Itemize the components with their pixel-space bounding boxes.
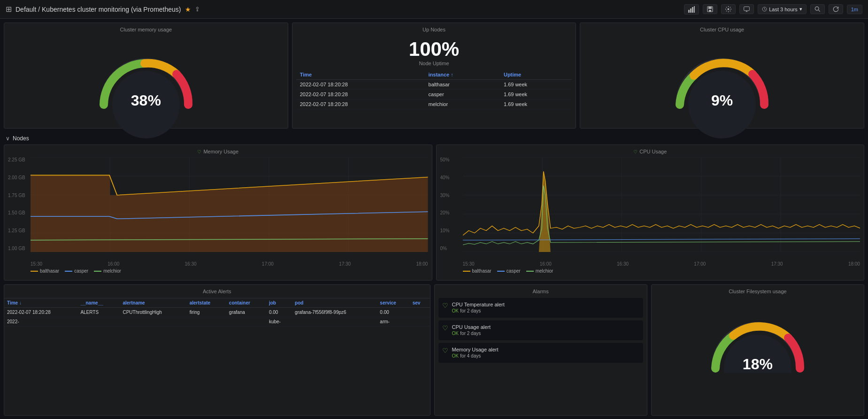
cpu-y-axis: 50% 40% 30% 20% 10% 0% (440, 157, 463, 251)
alarm-heart-icon: ♡ (442, 324, 448, 332)
col-service-header[interactable]: service (377, 298, 409, 308)
col-time-header[interactable]: Time ↓ (4, 298, 77, 308)
alarm-ok-label: OK (452, 353, 459, 358)
alerts-scroll[interactable]: Time ↓ __name__ alertname alertstate con… (4, 298, 430, 411)
legend-casper: casper (65, 268, 88, 274)
col-job-header[interactable]: job (266, 298, 292, 308)
alarm-ok-label: OK (452, 308, 459, 313)
legend-melchior: melchior (94, 268, 121, 274)
alert-cell: 0.00 (266, 308, 292, 317)
alarm-info: CPU Usage alert OK for 2 days (452, 324, 491, 336)
save-button[interactable] (703, 4, 717, 14)
alarm-info: CPU Temperature alert OK for 2 days (452, 302, 505, 314)
search-button[interactable] (810, 4, 825, 14)
col-pod-header[interactable]: pod (292, 298, 377, 308)
alarm-status: OK for 4 days (452, 352, 499, 359)
col-alertname-header[interactable]: alertname (120, 298, 186, 308)
memory-chart-panel: ♡ Memory Usage 2.25 GB 2.00 GB 1.75 GB 1… (4, 145, 432, 281)
alarm-heart-icon: ♡ (442, 347, 448, 354)
alarm-name: Memory Usage alert (452, 347, 499, 352)
alert-row: 2022-02-07 18:20:28ALERTSCPUThrottlingHi… (4, 308, 430, 317)
memory-gauge-value: 38% (131, 92, 161, 109)
col-sev-header[interactable]: sev (410, 298, 430, 308)
graph-button[interactable] (684, 4, 699, 15)
svg-rect-8 (744, 7, 750, 10)
svg-marker-26 (31, 175, 428, 252)
filesystem-panel: Cluster Filesystem usage 18% (651, 284, 864, 416)
cpu-gauge-panel: Cluster CPU usage 9% (580, 23, 864, 129)
memory-gauge-wrap: 38% (94, 53, 198, 109)
memory-chart-area: 2.25 GB 2.00 GB 1.75 GB 1.50 GB 1.25 GB … (8, 157, 428, 260)
legend-melchior-line (94, 271, 101, 272)
alert-cell (292, 317, 377, 327)
col-uptime[interactable]: Uptime (500, 70, 572, 80)
table-cell: 1.69 week (500, 80, 572, 90)
star-icon[interactable]: ★ (185, 6, 191, 13)
time-range-button[interactable]: Last 3 hours ▾ (758, 4, 807, 14)
alarm-status: OK for 2 days (452, 307, 505, 314)
settings-button[interactable] (721, 4, 736, 14)
memory-y-axis: 2.25 GB 2.00 GB 1.75 GB 1.50 GB 1.25 GB … (8, 157, 31, 251)
memory-x-axis: 15:30 16:00 16:30 17:00 17:30 18:00 (8, 260, 428, 267)
svg-rect-3 (694, 6, 695, 13)
alarm-name: CPU Temperature alert (452, 302, 505, 307)
svg-rect-2 (692, 7, 693, 13)
col-name-header[interactable]: __name__ (77, 298, 120, 308)
cpu-chart-panel: ♡ CPU Usage 50% 40% 30% 20% 10% 0% (436, 145, 865, 281)
nodes-section-label: Nodes (13, 135, 29, 142)
col-container-header[interactable]: container (226, 298, 266, 308)
cpu-legend-balthasar: balthasar (463, 268, 492, 274)
filesystem-gauge-value: 18% (743, 356, 773, 373)
svg-point-7 (728, 8, 730, 10)
alerts-panel: Active Alerts Time ↓ __name__ alertname … (4, 284, 430, 416)
alarm-name: CPU Usage alert (452, 324, 491, 330)
alarm-ok-label: OK (452, 331, 459, 336)
share-icon[interactable]: ⇪ (195, 6, 200, 13)
legend-casper-line (65, 271, 72, 272)
memory-gauge-title: Cluster memory usage (4, 23, 288, 34)
col-alertstate-header[interactable]: alertstate (187, 298, 226, 308)
alert-row: 2022-kube-arm- (4, 317, 430, 327)
alarm-heart-icon: ♡ (442, 302, 448, 309)
interval-button[interactable]: 1m (847, 5, 862, 14)
alarm-item: ♡ CPU Usage alert OK for 2 days (438, 320, 643, 340)
alarm-item: ♡ Memory Usage alert OK for 4 days (438, 343, 643, 363)
charts-row: ♡ Memory Usage 2.25 GB 2.00 GB 1.75 GB 1… (4, 145, 864, 281)
table-cell: balthasar (425, 80, 500, 90)
col-time[interactable]: Time (296, 70, 425, 80)
alert-cell: grafana-7f556f9f8-99pz6 (292, 308, 377, 317)
svg-rect-1 (690, 8, 691, 13)
filesystem-title: Cluster Filesystem usage (652, 285, 864, 298)
legend-balthasar: balthasar (31, 268, 59, 274)
alert-cell (77, 317, 120, 327)
memory-legend: balthasar casper melchior (8, 267, 428, 274)
refresh-button[interactable] (829, 4, 843, 14)
cpu-gauge-value: 9% (711, 92, 733, 109)
svg-line-13 (818, 10, 820, 11)
table-cell: 2022-02-07 18:20:28 (296, 90, 425, 99)
alarm-status: OK for 2 days (452, 330, 491, 336)
up-nodes-label: Node Uptime (419, 61, 449, 66)
table-cell: casper (425, 90, 500, 99)
filesystem-gauge-wrap: 18% (652, 298, 864, 392)
table-row: 2022-02-07 18:20:28melchior1.69 week (296, 99, 572, 109)
alarm-item: ♡ CPU Temperature alert OK for 2 days (438, 298, 643, 318)
alarm-days-label: for 2 days (460, 308, 481, 313)
table-row: 2022-02-07 18:20:28casper1.69 week (296, 90, 572, 99)
alerts-title: Active Alerts (4, 285, 430, 298)
cpu-legend-casper: casper (497, 268, 521, 274)
col-instance[interactable]: instance ↑ (425, 70, 500, 80)
main-content: Cluster memory usage 3 (0, 19, 868, 419)
table-cell: 1.69 week (500, 99, 572, 109)
cpu-legend: balthasar casper melchior (440, 267, 860, 274)
alert-cell: 0.00 (377, 308, 409, 317)
up-nodes-table: Time instance ↑ Uptime 2022-02-07 18:20:… (296, 70, 572, 109)
alarm-info: Memory Usage alert OK for 4 days (452, 347, 499, 359)
monitor-button[interactable] (739, 4, 754, 14)
cpu-chart-area: 50% 40% 30% 20% 10% 0% (440, 157, 860, 260)
cpu-legend-melchior: melchior (526, 268, 553, 274)
alert-cell (410, 317, 430, 327)
alert-cell (120, 317, 186, 327)
alert-cell: CPUThrottlingHigh (120, 308, 186, 317)
cpu-gauge-wrap: 9% (670, 53, 774, 109)
